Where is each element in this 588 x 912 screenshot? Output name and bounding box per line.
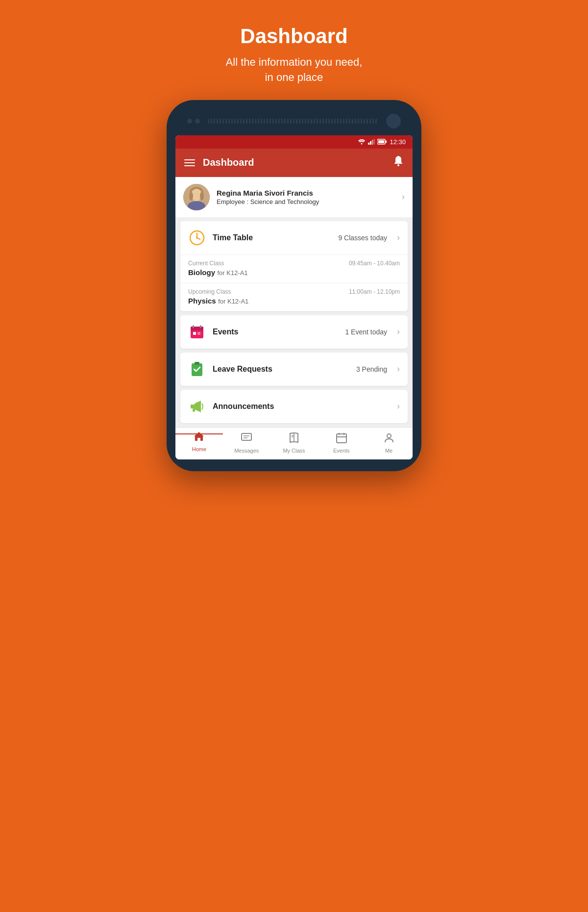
nav-home[interactable]: Home [175, 433, 223, 452]
svg-rect-4 [374, 139, 375, 145]
announcements-card[interactable]: Announcements › [180, 390, 408, 423]
current-class-type: Current Class [188, 260, 224, 267]
page-header: Dashboard All the information you need, … [216, 0, 372, 100]
current-class-subject-row: Biology for K12-A1 [188, 268, 400, 277]
upcoming-class-item[interactable]: Upcoming Class 11:00am - 12.10pm Physics… [180, 283, 408, 311]
upcoming-class-type: Upcoming Class [188, 288, 231, 295]
phone-speakers [187, 119, 200, 124]
calendar-nav-icon [336, 432, 347, 446]
hamburger-line-1 [184, 159, 195, 160]
svg-point-43 [387, 434, 391, 438]
nav-home-label: Home [192, 446, 206, 452]
profile-card[interactable]: Regina Maria Sivori Francis Employee : S… [175, 177, 413, 217]
svg-rect-2 [370, 141, 371, 145]
announcements-chevron-icon: › [397, 401, 400, 411]
current-class-time: 09:45am - 10.40am [349, 260, 400, 267]
svg-rect-24 [200, 325, 201, 328]
svg-rect-23 [193, 325, 194, 328]
svg-rect-25 [193, 332, 196, 335]
svg-rect-1 [368, 143, 369, 145]
phone-screen: 12:30 Dashboard [175, 135, 413, 459]
svg-marker-32 [194, 432, 204, 441]
nav-events[interactable]: Events [318, 432, 365, 454]
upcoming-class-subject: Physics [188, 297, 216, 305]
hamburger-menu-button[interactable] [184, 159, 195, 166]
phone-dot-1 [187, 119, 192, 124]
leave-requests-card[interactable]: Leave Requests 3 Pending › [180, 353, 408, 386]
nav-me[interactable]: Me [365, 432, 413, 454]
avatar [183, 184, 210, 210]
phone-dot-2 [195, 119, 200, 124]
svg-point-8 [397, 164, 399, 166]
page-subtitle: All the information you need, in one pla… [226, 55, 363, 85]
nav-messages-label: Messages [234, 448, 259, 454]
events-card-header[interactable]: Events 1 Event today › [180, 315, 408, 349]
timetable-card-header[interactable]: Time Table 9 Classes today › [180, 221, 408, 254]
profile-info: Regina Maria Sivori Francis Employee : S… [217, 189, 395, 205]
svg-marker-30 [195, 401, 201, 412]
svg-rect-7 [386, 141, 387, 143]
events-chevron-icon: › [397, 327, 400, 337]
nav-messages[interactable]: Messages [223, 432, 270, 454]
person-icon [383, 432, 395, 446]
page-title: Dashboard [226, 25, 363, 48]
nav-events-label: Events [333, 448, 350, 454]
svg-point-16 [200, 192, 204, 201]
messages-icon [241, 432, 252, 446]
svg-rect-3 [372, 140, 373, 145]
current-class-subject: Biology [188, 268, 215, 277]
book-icon [288, 432, 300, 446]
current-class-for: for K12-A1 [217, 269, 247, 277]
profile-name: Regina Maria Sivori Francis [217, 189, 395, 197]
clock-icon [188, 229, 206, 247]
status-time: 12:30 [390, 138, 406, 146]
leave-requests-label: Leave Requests [213, 365, 349, 374]
content-area: Regina Maria Sivori Francis Employee : S… [175, 177, 413, 423]
announcements-label: Announcements [213, 402, 380, 411]
app-bar: Dashboard [175, 149, 413, 177]
current-class-row: Current Class 09:45am - 10.40am [188, 260, 400, 267]
notification-bell-icon[interactable] [393, 155, 404, 170]
phone-camera [386, 114, 401, 128]
upcoming-class-time: 11:00am - 12.10pm [349, 288, 400, 295]
svg-rect-28 [195, 362, 199, 365]
current-class-item[interactable]: Current Class 09:45am - 10.40am Biology … [180, 254, 408, 283]
nav-myclass[interactable]: My Class [270, 432, 318, 454]
profile-role: Employee : Science and Technology [217, 198, 395, 205]
nav-myclass-label: My Class [283, 448, 305, 454]
events-count: 1 Event today [345, 328, 387, 336]
svg-line-20 [197, 238, 200, 239]
nav-me-label: Me [385, 448, 392, 454]
avatar-image [183, 184, 210, 210]
signal-icon [368, 139, 375, 145]
battery-icon [377, 139, 387, 145]
svg-rect-26 [197, 332, 200, 335]
svg-rect-22 [191, 327, 203, 330]
upcoming-class-for: for K12-A1 [218, 298, 248, 305]
upcoming-class-subject-row: Physics for K12-A1 [188, 297, 400, 305]
events-card[interactable]: Events 1 Event today › [180, 315, 408, 349]
svg-rect-39 [337, 434, 346, 443]
events-label: Events [213, 328, 338, 336]
svg-rect-6 [378, 140, 384, 143]
timetable-card[interactable]: Time Table 9 Classes today › Current Cla… [180, 221, 408, 311]
status-icons: 12:30 [358, 138, 406, 146]
timetable-label: Time Table [213, 233, 331, 242]
leave-requests-card-header[interactable]: Leave Requests 3 Pending › [180, 353, 408, 386]
app-bar-title: Dashboard [203, 157, 385, 168]
home-icon [193, 431, 205, 445]
phone-top-bar [175, 109, 413, 135]
phone-shell: 12:30 Dashboard [167, 100, 421, 471]
svg-rect-31 [193, 408, 195, 412]
wifi-icon [358, 139, 366, 145]
hamburger-line-3 [184, 165, 195, 166]
leave-requests-count: 3 Pending [356, 365, 387, 373]
announcements-card-header[interactable]: Announcements › [180, 390, 408, 423]
timetable-chevron-icon: › [397, 232, 400, 243]
svg-rect-33 [242, 433, 251, 440]
leave-requests-chevron-icon: › [397, 364, 400, 374]
phone-speaker-grille [208, 119, 378, 124]
megaphone-icon [188, 398, 206, 415]
status-bar: 12:30 [175, 135, 413, 149]
svg-rect-29 [191, 405, 195, 408]
